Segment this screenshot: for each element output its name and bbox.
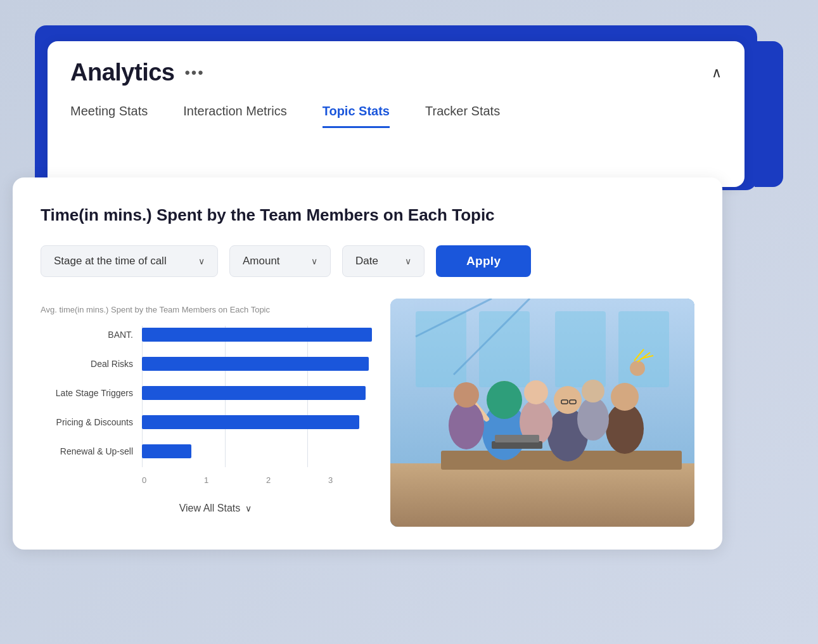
bar-track (142, 384, 390, 402)
stage-chevron-icon: ∨ (198, 256, 205, 266)
svg-point-23 (582, 380, 604, 402)
svg-rect-25 (495, 435, 539, 442)
svg-point-19 (454, 382, 479, 408)
date-dropdown[interactable]: Date ∨ (342, 245, 425, 277)
bar-track (142, 355, 390, 373)
bar-track (142, 326, 390, 344)
bar-row: Renewal & Up-sell (41, 442, 390, 460)
bar-row: BANT. (41, 326, 390, 344)
amount-dropdown-label: Amount (243, 255, 280, 267)
bar-fill (142, 357, 369, 371)
header-card: Analytics ••• ∧ Meeting Stats Interactio… (48, 41, 745, 187)
tabs-row: Meeting Stats Interaction Metrics Topic … (70, 104, 722, 128)
bar-label: BANT. (41, 330, 142, 340)
amount-dropdown[interactable]: Amount ∨ (229, 245, 331, 277)
bar-row: Late Stage Triggers (41, 384, 390, 402)
stage-dropdown[interactable]: Stage at the time of call ∨ (41, 245, 218, 277)
page-title: Analytics (70, 59, 174, 86)
collapse-icon[interactable]: ∧ (712, 65, 722, 81)
view-all-label: View All Stats (179, 503, 241, 514)
bar-label: Renewal & Up-sell (41, 446, 142, 456)
bar-fill (142, 328, 372, 342)
bar-fill (142, 415, 359, 429)
bar-track (142, 442, 390, 460)
svg-point-16 (611, 383, 639, 411)
view-all-chevron-icon: ∨ (245, 503, 252, 513)
bar-chart: BANT.Deal RisksLate Stage TriggersPricin… (41, 326, 390, 485)
svg-point-21 (524, 380, 548, 404)
more-options-icon[interactable]: ••• (184, 64, 204, 82)
svg-point-18 (449, 401, 484, 449)
section-title: Time(in mins.) Spent by the Team Members… (41, 205, 694, 225)
bar-row: Pricing & Discounts (41, 413, 390, 431)
svg-point-22 (577, 397, 609, 441)
chart-y-label: Avg. time(in mins.) Spent by the Team Me… (41, 305, 390, 314)
x-label-1: 1 (204, 475, 266, 485)
date-dropdown-label: Date (355, 255, 378, 267)
date-chevron-icon: ∨ (405, 256, 411, 266)
tab-topic-stats[interactable]: Topic Stats (323, 104, 390, 128)
amount-chevron-icon: ∨ (311, 256, 317, 266)
tab-meeting-stats[interactable]: Meeting Stats (70, 104, 148, 128)
bar-label: Pricing & Discounts (41, 417, 142, 427)
tab-tracker-stats[interactable]: Tracker Stats (425, 104, 500, 128)
apply-button[interactable]: Apply (436, 245, 531, 277)
svg-rect-3 (555, 311, 606, 387)
team-svg (390, 299, 694, 527)
x-label-0: 0 (142, 475, 204, 485)
team-photo (390, 299, 694, 527)
bar-label: Late Stage Triggers (41, 388, 142, 398)
header-title-row: Analytics ••• (70, 59, 205, 86)
header-top: Analytics ••• ∧ (70, 59, 722, 86)
svg-rect-7 (390, 463, 694, 527)
svg-point-17 (630, 361, 645, 376)
view-all-row[interactable]: View All Stats ∨ (41, 503, 390, 514)
stage-dropdown-label: Stage at the time of call (54, 255, 167, 267)
blue-side-accent (755, 41, 783, 187)
bar-label: Deal Risks (41, 359, 142, 369)
chart-section: Avg. time(in mins.) Spent by the Team Me… (41, 305, 390, 527)
svg-rect-1 (416, 311, 466, 387)
chart-area: Avg. time(in mins.) Spent by the Team Me… (41, 305, 694, 527)
x-axis-labels: 0 1 2 3 (142, 472, 390, 485)
team-image (390, 299, 694, 527)
bar-track (142, 413, 390, 431)
x-label-3: 3 (328, 475, 390, 485)
bar-fill (142, 386, 366, 400)
filter-row: Stage at the time of call ∨ Amount ∨ Dat… (41, 245, 694, 277)
bar-row: Deal Risks (41, 355, 390, 373)
tab-interaction-metrics[interactable]: Interaction Metrics (183, 104, 286, 128)
bar-rows: BANT.Deal RisksLate Stage TriggersPricin… (41, 326, 390, 472)
bar-fill (142, 444, 191, 458)
svg-point-11 (487, 381, 522, 419)
x-label-2: 2 (266, 475, 328, 485)
main-content-card: Time(in mins.) Spent by the Team Members… (13, 177, 722, 550)
